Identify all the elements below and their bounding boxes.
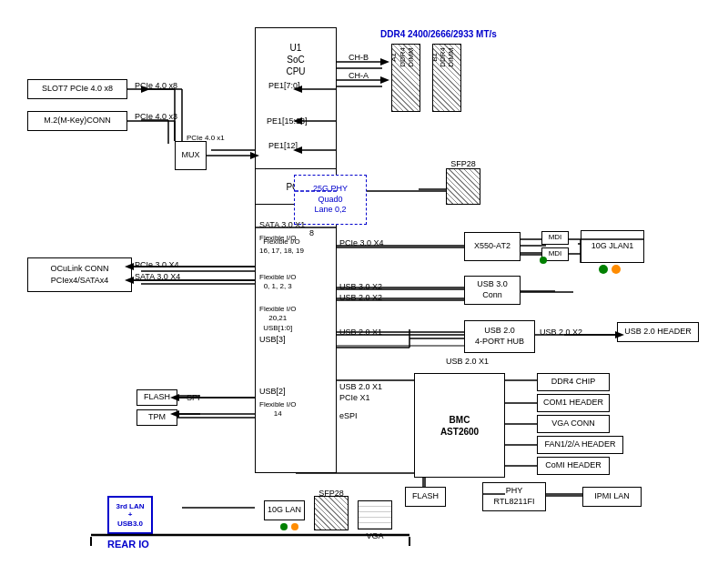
usb30x2-label: USB 3.0 X2 bbox=[339, 282, 382, 291]
flex-io-14-label: Flexible I/O14 bbox=[259, 400, 296, 419]
sfp28-top-label: SFP28 bbox=[446, 159, 480, 168]
sata30x1-num: 8 bbox=[309, 228, 314, 237]
10g-lan-bot-box: 10G LAN bbox=[264, 500, 305, 520]
mux-box: MUX bbox=[175, 141, 207, 170]
svg-marker-28 bbox=[380, 76, 389, 84]
flash-box: FLASH bbox=[136, 389, 177, 406]
sata30x4-label: SATA 3.0 X4 bbox=[135, 272, 180, 281]
slot7-box: SLOT7 PCIe 4.0 x8 bbox=[27, 79, 127, 99]
fan-header-box: FAN1/2/A HEADER bbox=[537, 436, 623, 454]
phy-rtl-box: PHY RTL8211FI bbox=[482, 482, 546, 511]
usb20-header-box: USB 2.0 HEADER bbox=[617, 322, 699, 342]
phy-25g-box: 25G PHY Quad0 Lane 0,2 bbox=[294, 175, 367, 225]
pcie40x8-label: PCIe 4.0 x8 bbox=[135, 81, 177, 90]
rear-io-label: REAR IO bbox=[107, 539, 149, 550]
oculink-box: OCuLink CONN PCIex4/SATAx4 bbox=[27, 257, 132, 292]
usb20-hub-box: USB 2.0 4-PORT HUB bbox=[464, 320, 535, 353]
cpu-label: U1 SoC CPU bbox=[286, 42, 305, 77]
flex-io-1619-label: Flexible I/O16, 17, 18, 19 bbox=[259, 237, 304, 257]
usb20x2-label: USB 2.0 X2 bbox=[339, 293, 382, 302]
pcie30x4-x550-label: PCIe 3.0 X4 bbox=[339, 238, 384, 247]
usb20x2-out-label: USB 2.0 X2 bbox=[540, 328, 582, 337]
svg-marker-26 bbox=[380, 58, 389, 66]
pe1-12-label: PE1[12] bbox=[268, 141, 298, 150]
m2-conn-box: M.2(M-Key)CONN bbox=[27, 111, 127, 131]
sfp28-bot-label: SFP28 bbox=[314, 489, 349, 498]
mdi-led bbox=[540, 257, 547, 264]
block-diagram: U1 SoC CPU DDR4 2400/2666/2933 MT/s CH-B… bbox=[0, 0, 728, 565]
jlan1-led2 bbox=[612, 265, 621, 274]
pe1-1513-label: PE1[15:13] bbox=[267, 116, 308, 126]
usb3-label: USB[3] bbox=[259, 335, 286, 344]
rear-usb-lan-label: 3rd LAN + USB3.0 bbox=[116, 502, 144, 529]
ddr4-a1-label: A1 DDR4 DIMM bbox=[389, 47, 419, 67]
ddr4-chip-box: DDR4 CHIP bbox=[537, 373, 610, 391]
ipmi-lan-box: IPMI LAN bbox=[582, 487, 642, 507]
flex-io-2021-label: Flexible I/O20,21USB[1:0] bbox=[259, 305, 296, 333]
pciex1-label: PCIe X1 bbox=[339, 393, 370, 402]
rear-usb-lan-box: 3rd LAN + USB3.0 bbox=[107, 496, 153, 534]
ddr4-speed-label: DDR4 2400/2666/2933 MT/s bbox=[380, 29, 497, 39]
10g-lan-led2 bbox=[291, 523, 298, 530]
bmc-box: BMC AST2600 bbox=[414, 373, 505, 478]
ch-a-label: CH-A bbox=[349, 71, 369, 80]
x550-box: X550-AT2 bbox=[464, 232, 521, 261]
usb20x1-bot-label: USB 2.0 X1 bbox=[446, 357, 489, 366]
usb20x1-label: USB 2.0 X1 bbox=[339, 328, 382, 337]
jlan1-box: 10G JLAN1 bbox=[581, 230, 644, 263]
spi-label: SPI bbox=[187, 393, 200, 402]
tpm-box: TPM bbox=[136, 409, 177, 426]
flex-io-0123-label: Flexible I/O0, 1, 2, 3 bbox=[259, 273, 296, 292]
usb20x1-bmc-label: USB 2.0 X1 bbox=[339, 382, 382, 391]
lespi-label: eSPI bbox=[339, 411, 358, 420]
vga-bot-box bbox=[358, 500, 392, 530]
sfp28-bot-box bbox=[314, 496, 349, 530]
vga-bot-label: VGA bbox=[358, 531, 392, 540]
usb30-conn-box: USB 3.0 Conn bbox=[464, 276, 521, 305]
pcie40x1-label: PCIe 4.0 x1 bbox=[187, 134, 225, 142]
sata30x1-label: SATA 3.0 X1 bbox=[259, 220, 305, 229]
mdi1-box: MDI bbox=[541, 231, 569, 245]
pcie30x4-oc-label: PCIe 3.0 X4 bbox=[135, 260, 179, 269]
vga-conn-box: VGA CONN bbox=[537, 415, 610, 433]
pcie40x3-label: PCIe 4.0 x3 bbox=[135, 112, 177, 121]
jlan1-led bbox=[599, 265, 608, 274]
ch-b-label: CH-B bbox=[349, 53, 369, 62]
pe1-70-label: PE1[7:0] bbox=[268, 81, 300, 90]
usb2-label: USB[2] bbox=[259, 387, 286, 396]
comi-header-box: CoMI HEADER bbox=[537, 457, 610, 475]
10g-lan-led bbox=[280, 523, 288, 530]
ddr4-b1-label: B1 DDR4 DIMM bbox=[430, 47, 460, 67]
flash-bot-box: FLASH bbox=[405, 487, 446, 507]
com1-header-box: COM1 HEADER bbox=[537, 394, 610, 412]
sfp28-top-box bbox=[446, 168, 480, 205]
